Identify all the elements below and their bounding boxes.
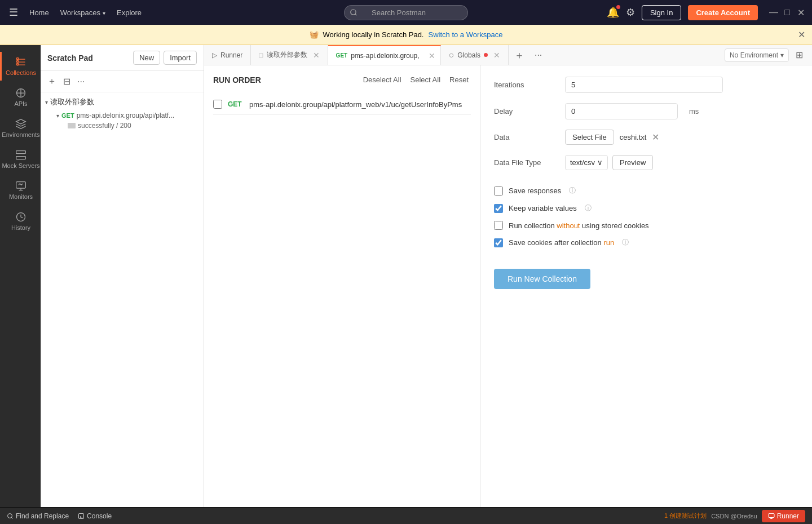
sidebar-label-mock-servers: Mock Servers <box>2 162 39 169</box>
delay-label: Delay <box>494 107 556 116</box>
menu-button[interactable]: ☰ <box>7 4 20 21</box>
delay-input[interactable] <box>565 103 678 119</box>
collection-tab-label: 读取外部参数 <box>267 50 307 60</box>
mock-servers-icon <box>15 149 27 161</box>
tab-collection[interactable]: □ 读取外部参数 ✕ <box>251 45 328 65</box>
preview-button[interactable]: Preview <box>612 155 653 170</box>
minimize-button[interactable]: — <box>769 8 778 17</box>
run-collection-button[interactable]: Run New Collection <box>494 269 590 289</box>
sidebar-item-monitors[interactable]: Monitors <box>0 176 40 205</box>
run-item-checkbox[interactable] <box>213 100 222 109</box>
config-panel: Iterations Delay ms Data Select File ces… <box>480 65 812 507</box>
select-all-button[interactable]: Select All <box>408 74 443 85</box>
panel-header: Scratch Pad New Import <box>41 45 204 71</box>
keep-variable-info-icon[interactable]: ⓘ <box>585 203 592 213</box>
keep-variable-checkbox[interactable] <box>494 204 503 213</box>
runner-bottom-button[interactable]: Runner <box>762 510 805 522</box>
data-file-type-row: Data File Type text/csv ∨ Preview <box>494 155 798 170</box>
file-type-arrow: ∨ <box>597 158 603 167</box>
save-responses-checkbox[interactable] <box>494 186 503 196</box>
banner-cta[interactable]: Switch to a Workspace <box>428 30 502 39</box>
main-layout: Collections APIs Environments Mock Serve… <box>0 45 812 507</box>
collection-tab-close[interactable]: ✕ <box>311 51 320 59</box>
keep-variable-row: Keep variable values ⓘ <box>494 203 798 213</box>
search-icon <box>350 8 358 16</box>
env-dropdown[interactable]: No Environment ▾ <box>725 48 789 62</box>
import-button[interactable]: Import <box>164 51 197 65</box>
svg-line-1 <box>355 14 357 16</box>
svg-rect-4 <box>17 64 19 65</box>
request-tab-method: GET <box>336 52 348 59</box>
deselect-all-button[interactable]: Deselect All <box>361 74 404 85</box>
run-without-cookies-row: Run collection without using stored cook… <box>494 221 798 230</box>
delay-row: Delay ms <box>494 103 798 119</box>
file-type-dropdown[interactable]: text/csv ∨ <box>565 155 608 170</box>
environment-selector: No Environment ▾ ⊞ <box>725 48 812 62</box>
find-replace-button[interactable]: Find and Replace <box>7 512 69 520</box>
request-tab-close[interactable]: ✕ <box>426 52 435 60</box>
file-remove-button[interactable]: ✕ <box>652 132 659 143</box>
panel-actions: New Import <box>133 51 197 65</box>
gear-icon[interactable]: ⚙ <box>626 6 635 19</box>
sidebar-item-history[interactable]: History <box>0 207 40 236</box>
run-without-cookies-checkbox[interactable] <box>494 221 503 230</box>
sidebar-item-collections[interactable]: Collections <box>0 52 40 81</box>
titlebar: ☰ Home Workspaces Explore Search Postman… <box>0 0 812 25</box>
new-button[interactable]: New <box>133 51 160 65</box>
search-placeholder: Search Postman <box>363 8 426 17</box>
select-file-button[interactable]: Select File <box>565 130 614 145</box>
runner-area: RUN ORDER Deselect All Select All Reset … <box>204 65 812 507</box>
save-responses-info-icon[interactable]: ⓘ <box>569 186 576 196</box>
iterations-input[interactable] <box>565 77 723 93</box>
filter-button[interactable]: ⊟ <box>61 75 73 88</box>
sidebar-label-collections: Collections <box>6 69 36 76</box>
close-button[interactable]: ✕ <box>796 8 805 17</box>
add-tab-button[interactable]: ＋ <box>509 48 530 62</box>
save-cookies-checkbox[interactable] <box>494 238 503 247</box>
nav-explore[interactable]: Explore <box>112 6 146 19</box>
svg-rect-14 <box>79 513 84 518</box>
save-responses-label: Save responses <box>509 186 561 195</box>
tab-request[interactable]: GET pms-api.delonix.group, ✕ <box>328 45 441 65</box>
save-cookies-info-icon[interactable]: ⓘ <box>622 238 629 247</box>
run-order-header: RUN ORDER Deselect All Select All Reset <box>213 74 471 85</box>
panel-title: Scratch Pad <box>47 54 93 63</box>
request-arrow: ▾ <box>56 113 59 119</box>
runner-tab-icon: ▷ <box>212 51 217 59</box>
file-type-area: text/csv ∨ Preview <box>565 155 653 170</box>
history-icon <box>15 211 27 223</box>
folder-name: 读取外部参数 <box>50 97 94 107</box>
tab-globals[interactable]: ○ Globals ✕ <box>441 45 509 65</box>
console-button[interactable]: Console <box>78 512 112 520</box>
file-type-value: text/csv <box>570 158 595 167</box>
maximize-button[interactable]: □ <box>783 8 792 17</box>
globals-tab-close[interactable]: ✕ <box>491 51 500 59</box>
run-item-method: GET <box>228 100 244 108</box>
nav-workspaces[interactable]: Workspaces <box>56 6 110 19</box>
save-cookies-label: Save cookies after collection run <box>509 238 614 247</box>
panel-tree: ▾ 读取外部参数 ▾ GET pms-api.delonix.group/api… <box>41 92 204 507</box>
tree-request-item[interactable]: ▾ GET pms-api.delonix.group/api/platf... <box>41 109 204 122</box>
env-grid-button[interactable]: ⊞ <box>792 50 806 60</box>
tab-runner[interactable]: ▷ Runner <box>204 45 251 65</box>
tree-response-item[interactable]: successfully / 200 <box>41 122 204 130</box>
tree-folder-item[interactable]: ▾ 读取外部参数 <box>41 95 204 109</box>
sidebar-item-mock-servers[interactable]: Mock Servers <box>0 145 40 174</box>
run-item-list: GET pms-api.delonix.group/api/platform_w… <box>213 94 471 115</box>
sign-in-button[interactable]: Sign In <box>642 5 681 20</box>
response-label: successfully / 200 <box>78 122 131 130</box>
nav-home[interactable]: Home <box>25 6 54 19</box>
more-tabs-button[interactable]: ··· <box>530 50 546 60</box>
add-collection-button[interactable]: ＋ <box>45 74 59 88</box>
reset-button[interactable]: Reset <box>447 74 471 85</box>
find-replace-label: Find and Replace <box>16 512 69 520</box>
console-icon <box>78 513 85 519</box>
keep-variable-label: Keep variable values <box>509 204 577 212</box>
banner-close-button[interactable]: ✕ <box>798 29 805 40</box>
more-options-button[interactable]: ··· <box>75 76 87 88</box>
create-account-button[interactable]: Create Account <box>688 5 758 20</box>
sidebar-item-environments[interactable]: Environments <box>0 114 40 143</box>
search-postman-box[interactable]: Search Postman <box>344 5 468 20</box>
iterations-label: Iterations <box>494 81 556 89</box>
sidebar-item-apis[interactable]: APIs <box>0 83 40 112</box>
